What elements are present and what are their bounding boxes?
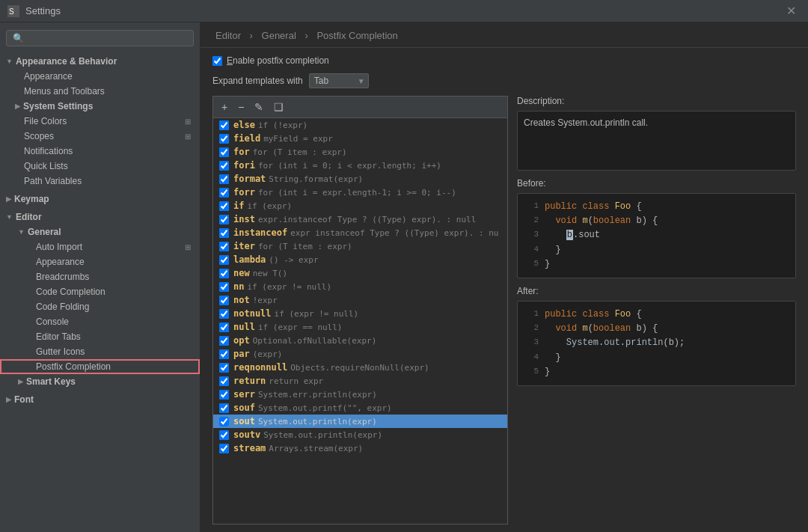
completion-item[interactable]: ifif (expr) — [213, 199, 507, 213]
completion-checkbox[interactable] — [219, 269, 229, 278]
search-input[interactable] — [6, 30, 194, 46]
copy-button[interactable]: ❑ — [270, 100, 287, 114]
sidebar-item-breadcrumbs[interactable]: Breadcrumbs — [0, 269, 200, 284]
completion-checkbox[interactable] — [219, 309, 229, 319]
app-icon: S — [7, 5, 19, 17]
completion-key: soutv — [233, 429, 260, 440]
completion-item[interactable]: elseif (!expr) — [213, 118, 507, 132]
after-line-1: 1 public class Foo { — [524, 308, 789, 322]
completion-checkbox[interactable] — [219, 322, 229, 332]
completion-item[interactable]: streamArrays.stream(expr) — [213, 441, 507, 455]
sidebar-item-gutter-icons[interactable]: Gutter Icons — [0, 344, 200, 359]
sidebar-group-keymap[interactable]: ▶ Keymap — [0, 192, 200, 207]
sidebar-item-notifications[interactable]: Notifications — [0, 144, 200, 159]
completion-item[interactable]: formatString.format(expr) — [213, 172, 507, 186]
completion-key: fori — [233, 160, 255, 171]
sidebar-group-font[interactable]: ▶ Font — [0, 392, 200, 407]
completion-item[interactable]: optOptional.ofNullable(expr) — [213, 334, 507, 347]
completion-checkbox[interactable] — [219, 403, 229, 413]
completion-checkbox[interactable] — [219, 134, 229, 144]
completion-checkbox[interactable] — [219, 201, 229, 211]
completion-checkbox[interactable] — [219, 430, 229, 440]
sidebar-group-smart-keys[interactable]: ▶ Smart Keys — [0, 374, 200, 389]
completion-checkbox[interactable] — [219, 390, 229, 400]
completion-checkbox[interactable] — [219, 296, 229, 305]
completion-checkbox[interactable] — [219, 228, 229, 238]
expand-select[interactable]: Tab Enter Space — [309, 73, 369, 88]
sidebar-item-appearance[interactable]: Appearance — [0, 69, 200, 84]
completion-item[interactable]: forfor (T item : expr) — [213, 145, 507, 159]
completion-checkbox[interactable] — [219, 349, 229, 359]
add-button[interactable]: + — [218, 100, 231, 114]
completion-item[interactable]: not!expr — [213, 293, 507, 307]
completion-description: if (expr == null) — [258, 322, 343, 332]
completion-item[interactable]: reqnonnullObjects.requireNonNull(expr) — [213, 361, 507, 374]
completion-item[interactable]: soutvSystem.out.println(expr) — [213, 428, 507, 441]
completion-checkbox[interactable] — [219, 376, 229, 386]
sidebar-group-appearance-behavior[interactable]: ▼ Appearance & Behavior — [0, 54, 200, 69]
edit-button[interactable]: ✎ — [251, 100, 267, 114]
close-button[interactable]: ✕ — [782, 2, 801, 19]
completion-item[interactable]: iterfor (T item : expr) — [213, 239, 507, 253]
completion-item[interactable]: serrSystem.err.println(expr) — [213, 388, 507, 401]
enable-checkbox[interactable] — [212, 56, 222, 66]
sidebar-item-postfix-completion[interactable]: Postfix Completion — [0, 359, 200, 374]
completion-checkbox[interactable] — [219, 120, 229, 130]
completion-checkbox[interactable] — [219, 242, 229, 251]
completion-description: myField = expr — [263, 134, 333, 144]
completion-item[interactable]: newnew T() — [213, 266, 507, 280]
completion-item[interactable]: soutSystem.out.println(expr) — [213, 415, 507, 428]
completion-item[interactable]: instanceofexpr instanceof Type ? ((Type)… — [213, 226, 507, 239]
completion-item[interactable]: notnullif (expr != null) — [213, 307, 507, 320]
general-label: General — [28, 227, 61, 237]
sidebar-item-file-colors[interactable]: File Colors ⊞ — [0, 114, 200, 129]
content-area: Editor › General › Postfix Completion En… — [201, 22, 808, 532]
sidebar-item-path-variables[interactable]: Path Variables — [0, 174, 200, 189]
completion-description: (expr) — [253, 349, 283, 359]
sidebar-item-gen-appearance[interactable]: Appearance — [0, 254, 200, 269]
completion-checkbox[interactable] — [219, 282, 229, 292]
completion-item[interactable]: returnreturn expr — [213, 374, 507, 388]
completion-description: () -> expr — [269, 255, 318, 265]
completion-checkbox[interactable] — [219, 255, 229, 265]
sidebar-item-auto-import[interactable]: Auto Import ⊞ — [0, 239, 200, 254]
completion-item[interactable]: lambda() -> expr — [213, 253, 507, 266]
sidebar-item-code-completion[interactable]: Code Completion — [0, 284, 200, 299]
sidebar-group-general[interactable]: ▼ General — [0, 224, 200, 239]
completion-description: Objects.requireNonNull(expr) — [290, 363, 429, 373]
completion-key: field — [233, 133, 260, 144]
sidebar-item-scopes[interactable]: Scopes ⊞ — [0, 129, 200, 144]
completion-checkbox[interactable] — [219, 444, 229, 453]
completion-checkbox[interactable] — [219, 336, 229, 346]
completion-item[interactable]: instexpr.instanceof Type ? ((Type) expr)… — [213, 213, 507, 226]
completion-item[interactable]: forifor (int i = 0; i < expr.length; i++… — [213, 159, 507, 172]
sidebar-item-quick-lists[interactable]: Quick Lists — [0, 159, 200, 174]
sidebar-item-console[interactable]: Console — [0, 314, 200, 329]
completion-item[interactable]: nullif (expr == null) — [213, 320, 507, 334]
remove-button[interactable]: − — [234, 100, 248, 114]
completion-checkbox[interactable] — [219, 161, 229, 171]
sidebar-item-code-folding[interactable]: Code Folding — [0, 299, 200, 314]
completion-item[interactable]: forrfor (int i = expr.length-1; i >= 0; … — [213, 186, 507, 199]
completion-description: String.format(expr) — [269, 174, 363, 184]
description-pane: Description: Creates System.out.println … — [508, 96, 796, 525]
breadcrumb-general: General — [262, 30, 296, 41]
sidebar-item-editor-tabs[interactable]: Editor Tabs — [0, 329, 200, 344]
completion-checkbox[interactable] — [219, 174, 229, 184]
completion-description: expr.instanceof Type ? ((Type) expr). : … — [258, 215, 476, 224]
completion-item[interactable]: nnif (expr != null) — [213, 280, 507, 293]
sidebar-group-system-settings[interactable]: ▶ System Settings — [0, 99, 200, 114]
completion-checkbox[interactable] — [219, 363, 229, 373]
sidebar-group-editor[interactable]: ▼ Editor — [0, 210, 200, 224]
keymap-section: ▶ Keymap — [0, 190, 200, 208]
completion-checkbox[interactable] — [219, 147, 229, 157]
collapse-icon: ▶ — [15, 103, 20, 110]
completion-checkbox[interactable] — [219, 215, 229, 224]
sidebar-item-menus[interactable]: Menus and Toolbars — [0, 84, 200, 99]
completion-item[interactable]: soufSystem.out.printf("", expr) — [213, 401, 507, 415]
completion-checkbox[interactable] — [219, 417, 229, 426]
completion-checkbox[interactable] — [219, 188, 229, 198]
completion-item[interactable]: par(expr) — [213, 347, 507, 361]
completion-item[interactable]: fieldmyField = expr — [213, 132, 507, 145]
font-section: ▶ Font — [0, 391, 200, 409]
